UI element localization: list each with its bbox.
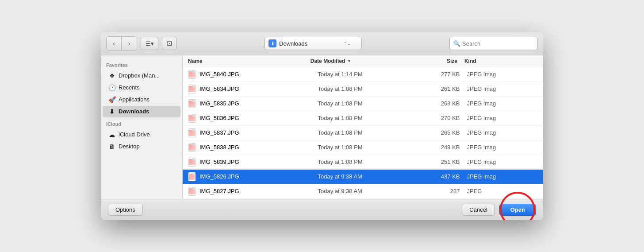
downloads-icon: ⬇: [108, 108, 116, 116]
icloud-section-label: iCloud: [101, 118, 182, 128]
chevron-updown-icon: ⌃⌄: [344, 41, 351, 46]
forward-icon: ›: [128, 40, 130, 47]
file-icon: [188, 172, 196, 182]
file-row[interactable]: IMG_5839.JPG Today at 1:08 PM 251 KB JPE…: [183, 155, 543, 170]
file-list: Name Date Modified ▼ Size Kind IMG_5840.…: [183, 55, 543, 199]
new-folder-icon: ⊡: [167, 39, 172, 47]
file-thumbnail-preview: [189, 71, 195, 78]
sidebar-item-applications[interactable]: 🚀 Applications: [103, 94, 180, 105]
bottom-bar: Options Cancel Open: [101, 199, 543, 220]
file-date: Today at 1:08 PM: [318, 100, 413, 107]
view-options-button[interactable]: ☰▾: [141, 37, 158, 50]
file-icon: [188, 157, 196, 167]
file-thumbnail-preview: [189, 115, 195, 121]
file-icon: [188, 70, 196, 79]
file-thumbnail: [188, 187, 196, 196]
file-list-header: Name Date Modified ▼ Size Kind: [183, 55, 543, 67]
file-size: 287: [413, 188, 460, 194]
file-thumbnail-preview: [189, 174, 195, 180]
view-icon: ☰▾: [146, 40, 154, 47]
file-name: IMG_5838.JPG: [199, 144, 318, 151]
file-size: 437 KB: [413, 173, 460, 180]
file-name: IMG_5827.JPG: [199, 188, 318, 194]
file-kind: JPEG imag: [460, 129, 538, 136]
file-thumbnail: [188, 70, 196, 79]
file-size: 277 KB: [413, 71, 460, 78]
file-name: IMG_5836.JPG: [199, 115, 318, 121]
file-date: Today at 1:08 PM: [318, 129, 413, 136]
file-kind: JPEG imag: [460, 71, 538, 78]
file-row[interactable]: IMG_5836.JPG Today at 1:08 PM 270 KB JPE…: [183, 111, 543, 126]
sidebar-item-desktop[interactable]: 🖥 Desktop: [103, 141, 180, 152]
file-name: IMG_5834.JPG: [199, 85, 318, 92]
favorites-section-label: Favorites: [101, 59, 182, 70]
dropbox-icon: ❖: [108, 72, 116, 80]
file-kind: JPEG imag: [460, 115, 538, 121]
sidebar-item-recents[interactable]: 🕐 Recents: [103, 82, 180, 93]
bottom-right-buttons: Cancel Open: [462, 204, 536, 216]
location-name: Downloads: [279, 40, 340, 47]
file-rows-container: IMG_5840.JPG Today at 1:14 PM 277 KB JPE…: [183, 67, 543, 199]
sidebar-item-label: Dropbox (Man...: [119, 72, 160, 79]
search-icon: 🔍: [453, 40, 460, 47]
file-thumbnail-preview: [189, 144, 195, 151]
file-row[interactable]: IMG_5834.JPG Today at 1:08 PM 261 KB JPE…: [183, 82, 543, 97]
file-date: Today at 9:38 AM: [318, 173, 413, 180]
file-thumbnail: [188, 143, 196, 152]
new-folder-button[interactable]: ⊡: [162, 37, 177, 50]
file-size: 265 KB: [413, 129, 460, 136]
file-row[interactable]: IMG_5840.JPG Today at 1:14 PM 277 KB JPE…: [183, 67, 543, 82]
column-header-size[interactable]: Size: [408, 58, 457, 64]
downloads-folder-icon: ⬇: [268, 39, 276, 47]
location-bar: ⬇ Downloads ⌃⌄: [180, 37, 446, 50]
applications-icon: 🚀: [108, 96, 116, 104]
cancel-button[interactable]: Cancel: [462, 204, 494, 216]
search-input[interactable]: [462, 40, 534, 47]
file-icon: [188, 113, 196, 123]
column-header-name[interactable]: Name: [188, 58, 310, 64]
file-thumbnail: [188, 172, 196, 181]
file-size: 251 KB: [413, 159, 460, 165]
file-row[interactable]: IMG_5838.JPG Today at 1:08 PM 249 KB JPE…: [183, 140, 543, 155]
file-row[interactable]: IMG_5826.JPG Today at 9:38 AM 437 KB JPE…: [183, 170, 543, 184]
file-thumbnail: [188, 114, 196, 123]
sidebar-item-label: Recents: [119, 84, 140, 91]
file-kind: JPEG imag: [460, 100, 538, 107]
column-header-kind[interactable]: Kind: [457, 58, 538, 64]
file-open-dialog: ‹ › ☰▾ ⊡ ⬇ Downloads ⌃⌄ 🔍 Favorite: [101, 32, 543, 220]
sidebar-item-label: iCloud Drive: [119, 131, 150, 138]
search-bar: 🔍: [449, 37, 538, 50]
desktop-icon: 🖥: [108, 143, 116, 151]
file-icon: [188, 99, 196, 109]
file-date: Today at 1:14 PM: [318, 71, 413, 78]
file-thumbnail-preview: [189, 159, 195, 165]
file-thumbnail: [188, 99, 196, 108]
file-kind: JPEG imag: [460, 173, 538, 180]
file-thumbnail-preview: [189, 86, 195, 92]
file-name: IMG_5826.JPG: [199, 173, 318, 180]
sidebar-item-label: Downloads: [119, 108, 149, 115]
toolbar: ‹ › ☰▾ ⊡ ⬇ Downloads ⌃⌄ 🔍: [101, 32, 543, 55]
sidebar-item-icloud-drive[interactable]: ☁ iCloud Drive: [103, 129, 180, 140]
options-button[interactable]: Options: [108, 204, 143, 216]
file-row[interactable]: IMG_5837.JPG Today at 1:08 PM 265 KB JPE…: [183, 126, 543, 140]
file-kind: JPEG: [460, 188, 538, 194]
column-header-date[interactable]: Date Modified ▼: [310, 58, 408, 64]
file-row[interactable]: IMG_5835.JPG Today at 1:08 PM 263 KB JPE…: [183, 97, 543, 111]
file-size: 249 KB: [413, 144, 460, 151]
file-date: Today at 9:38 AM: [318, 188, 413, 194]
file-row[interactable]: IMG_5827.JPG Today at 9:38 AM 287 JPEG: [183, 184, 543, 199]
file-name: IMG_5837.JPG: [199, 129, 318, 136]
sidebar-item-downloads[interactable]: ⬇ Downloads: [103, 106, 180, 117]
file-thumbnail: [188, 128, 196, 137]
file-date: Today at 1:08 PM: [318, 115, 413, 121]
sidebar: Favorites ❖ Dropbox (Man... 🕐 Recents 🚀 …: [101, 55, 183, 199]
file-date: Today at 1:08 PM: [318, 85, 413, 92]
file-thumbnail-preview: [189, 130, 195, 136]
open-button[interactable]: Open: [499, 204, 536, 216]
file-kind: JPEG imag: [460, 85, 538, 92]
forward-button[interactable]: ›: [122, 37, 137, 50]
location-dropdown[interactable]: ⬇ Downloads ⌃⌄: [264, 37, 362, 50]
back-button[interactable]: ‹: [107, 37, 122, 50]
sidebar-item-dropbox[interactable]: ❖ Dropbox (Man...: [103, 70, 180, 81]
